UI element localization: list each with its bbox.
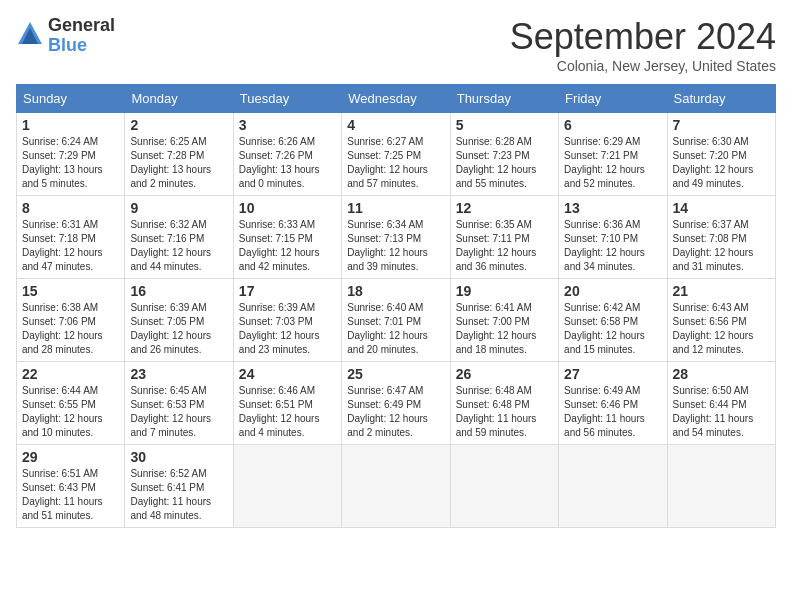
day-number: 10 xyxy=(239,200,336,216)
calendar-cell xyxy=(559,445,667,528)
calendar-cell: 27Sunrise: 6:49 AMSunset: 6:46 PMDayligh… xyxy=(559,362,667,445)
location-title: Colonia, New Jersey, United States xyxy=(510,58,776,74)
day-info: Sunrise: 6:25 AMSunset: 7:28 PMDaylight:… xyxy=(130,135,227,191)
day-info: Sunrise: 6:50 AMSunset: 6:44 PMDaylight:… xyxy=(673,384,770,440)
day-info: Sunrise: 6:41 AMSunset: 7:00 PMDaylight:… xyxy=(456,301,553,357)
calendar-cell: 9Sunrise: 6:32 AMSunset: 7:16 PMDaylight… xyxy=(125,196,233,279)
day-number: 22 xyxy=(22,366,119,382)
weekday-header-wednesday: Wednesday xyxy=(342,85,450,113)
weekday-header-saturday: Saturday xyxy=(667,85,775,113)
day-number: 19 xyxy=(456,283,553,299)
calendar-cell: 4Sunrise: 6:27 AMSunset: 7:25 PMDaylight… xyxy=(342,113,450,196)
day-info: Sunrise: 6:34 AMSunset: 7:13 PMDaylight:… xyxy=(347,218,444,274)
weekday-header-thursday: Thursday xyxy=(450,85,558,113)
day-info: Sunrise: 6:39 AMSunset: 7:03 PMDaylight:… xyxy=(239,301,336,357)
calendar-cell: 14Sunrise: 6:37 AMSunset: 7:08 PMDayligh… xyxy=(667,196,775,279)
weekday-header-row: SundayMondayTuesdayWednesdayThursdayFrid… xyxy=(17,85,776,113)
day-info: Sunrise: 6:36 AMSunset: 7:10 PMDaylight:… xyxy=(564,218,661,274)
day-number: 16 xyxy=(130,283,227,299)
day-number: 3 xyxy=(239,117,336,133)
calendar-cell xyxy=(450,445,558,528)
logo-icon xyxy=(16,20,44,52)
page-header: General Blue September 2024 Colonia, New… xyxy=(16,16,776,74)
calendar-cell: 18Sunrise: 6:40 AMSunset: 7:01 PMDayligh… xyxy=(342,279,450,362)
day-info: Sunrise: 6:26 AMSunset: 7:26 PMDaylight:… xyxy=(239,135,336,191)
calendar-cell: 26Sunrise: 6:48 AMSunset: 6:48 PMDayligh… xyxy=(450,362,558,445)
week-row-2: 8Sunrise: 6:31 AMSunset: 7:18 PMDaylight… xyxy=(17,196,776,279)
day-number: 21 xyxy=(673,283,770,299)
day-info: Sunrise: 6:42 AMSunset: 6:58 PMDaylight:… xyxy=(564,301,661,357)
day-number: 26 xyxy=(456,366,553,382)
day-info: Sunrise: 6:43 AMSunset: 6:56 PMDaylight:… xyxy=(673,301,770,357)
day-info: Sunrise: 6:24 AMSunset: 7:29 PMDaylight:… xyxy=(22,135,119,191)
calendar-cell: 17Sunrise: 6:39 AMSunset: 7:03 PMDayligh… xyxy=(233,279,341,362)
day-number: 2 xyxy=(130,117,227,133)
day-info: Sunrise: 6:37 AMSunset: 7:08 PMDaylight:… xyxy=(673,218,770,274)
calendar-cell: 3Sunrise: 6:26 AMSunset: 7:26 PMDaylight… xyxy=(233,113,341,196)
day-number: 24 xyxy=(239,366,336,382)
day-number: 23 xyxy=(130,366,227,382)
week-row-1: 1Sunrise: 6:24 AMSunset: 7:29 PMDaylight… xyxy=(17,113,776,196)
calendar-cell: 29Sunrise: 6:51 AMSunset: 6:43 PMDayligh… xyxy=(17,445,125,528)
day-number: 11 xyxy=(347,200,444,216)
calendar-cell xyxy=(233,445,341,528)
day-info: Sunrise: 6:49 AMSunset: 6:46 PMDaylight:… xyxy=(564,384,661,440)
calendar-cell: 30Sunrise: 6:52 AMSunset: 6:41 PMDayligh… xyxy=(125,445,233,528)
day-info: Sunrise: 6:45 AMSunset: 6:53 PMDaylight:… xyxy=(130,384,227,440)
calendar-cell: 11Sunrise: 6:34 AMSunset: 7:13 PMDayligh… xyxy=(342,196,450,279)
day-info: Sunrise: 6:28 AMSunset: 7:23 PMDaylight:… xyxy=(456,135,553,191)
day-number: 8 xyxy=(22,200,119,216)
day-number: 6 xyxy=(564,117,661,133)
day-info: Sunrise: 6:47 AMSunset: 6:49 PMDaylight:… xyxy=(347,384,444,440)
weekday-header-friday: Friday xyxy=(559,85,667,113)
day-number: 29 xyxy=(22,449,119,465)
calendar-cell: 2Sunrise: 6:25 AMSunset: 7:28 PMDaylight… xyxy=(125,113,233,196)
logo-text: General Blue xyxy=(48,16,115,56)
day-number: 27 xyxy=(564,366,661,382)
weekday-header-sunday: Sunday xyxy=(17,85,125,113)
week-row-3: 15Sunrise: 6:38 AMSunset: 7:06 PMDayligh… xyxy=(17,279,776,362)
day-info: Sunrise: 6:35 AMSunset: 7:11 PMDaylight:… xyxy=(456,218,553,274)
calendar-cell: 8Sunrise: 6:31 AMSunset: 7:18 PMDaylight… xyxy=(17,196,125,279)
day-number: 18 xyxy=(347,283,444,299)
week-row-4: 22Sunrise: 6:44 AMSunset: 6:55 PMDayligh… xyxy=(17,362,776,445)
day-info: Sunrise: 6:27 AMSunset: 7:25 PMDaylight:… xyxy=(347,135,444,191)
day-info: Sunrise: 6:29 AMSunset: 7:21 PMDaylight:… xyxy=(564,135,661,191)
calendar-cell: 23Sunrise: 6:45 AMSunset: 6:53 PMDayligh… xyxy=(125,362,233,445)
calendar-cell xyxy=(342,445,450,528)
calendar-table: SundayMondayTuesdayWednesdayThursdayFrid… xyxy=(16,84,776,528)
day-info: Sunrise: 6:33 AMSunset: 7:15 PMDaylight:… xyxy=(239,218,336,274)
calendar-cell: 28Sunrise: 6:50 AMSunset: 6:44 PMDayligh… xyxy=(667,362,775,445)
day-number: 9 xyxy=(130,200,227,216)
day-number: 12 xyxy=(456,200,553,216)
day-number: 30 xyxy=(130,449,227,465)
day-info: Sunrise: 6:39 AMSunset: 7:05 PMDaylight:… xyxy=(130,301,227,357)
day-number: 4 xyxy=(347,117,444,133)
day-info: Sunrise: 6:46 AMSunset: 6:51 PMDaylight:… xyxy=(239,384,336,440)
day-info: Sunrise: 6:31 AMSunset: 7:18 PMDaylight:… xyxy=(22,218,119,274)
title-area: September 2024 Colonia, New Jersey, Unit… xyxy=(510,16,776,74)
day-info: Sunrise: 6:44 AMSunset: 6:55 PMDaylight:… xyxy=(22,384,119,440)
day-number: 14 xyxy=(673,200,770,216)
day-number: 15 xyxy=(22,283,119,299)
calendar-cell: 25Sunrise: 6:47 AMSunset: 6:49 PMDayligh… xyxy=(342,362,450,445)
calendar-cell: 1Sunrise: 6:24 AMSunset: 7:29 PMDaylight… xyxy=(17,113,125,196)
day-info: Sunrise: 6:32 AMSunset: 7:16 PMDaylight:… xyxy=(130,218,227,274)
calendar-cell: 16Sunrise: 6:39 AMSunset: 7:05 PMDayligh… xyxy=(125,279,233,362)
day-number: 20 xyxy=(564,283,661,299)
day-number: 17 xyxy=(239,283,336,299)
week-row-5: 29Sunrise: 6:51 AMSunset: 6:43 PMDayligh… xyxy=(17,445,776,528)
calendar-cell: 20Sunrise: 6:42 AMSunset: 6:58 PMDayligh… xyxy=(559,279,667,362)
calendar-cell: 12Sunrise: 6:35 AMSunset: 7:11 PMDayligh… xyxy=(450,196,558,279)
calendar-cell: 13Sunrise: 6:36 AMSunset: 7:10 PMDayligh… xyxy=(559,196,667,279)
day-info: Sunrise: 6:38 AMSunset: 7:06 PMDaylight:… xyxy=(22,301,119,357)
calendar-cell: 7Sunrise: 6:30 AMSunset: 7:20 PMDaylight… xyxy=(667,113,775,196)
day-number: 1 xyxy=(22,117,119,133)
day-number: 5 xyxy=(456,117,553,133)
calendar-cell: 6Sunrise: 6:29 AMSunset: 7:21 PMDaylight… xyxy=(559,113,667,196)
day-info: Sunrise: 6:52 AMSunset: 6:41 PMDaylight:… xyxy=(130,467,227,523)
logo-general: General xyxy=(48,15,115,35)
day-info: Sunrise: 6:48 AMSunset: 6:48 PMDaylight:… xyxy=(456,384,553,440)
calendar-cell xyxy=(667,445,775,528)
day-number: 13 xyxy=(564,200,661,216)
